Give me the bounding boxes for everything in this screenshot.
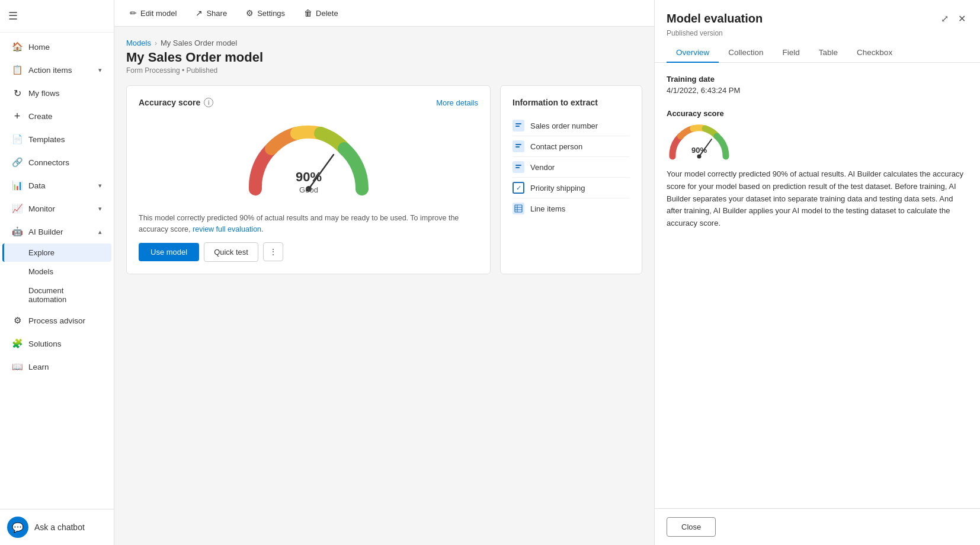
sidebar-item-label: Templates xyxy=(28,135,65,144)
sidebar-top: ☰ xyxy=(0,0,114,33)
tab-overview[interactable]: Overview xyxy=(667,43,719,63)
panel-header: Model evaluation ⤢ ✕ Published version O… xyxy=(655,0,980,63)
close-panel-button[interactable]: ✕ xyxy=(956,11,968,27)
chatbot-button[interactable]: 💬 xyxy=(7,517,28,538)
sidebar-sub-item-document-automation[interactable]: Document automation xyxy=(2,281,111,309)
delete-button[interactable]: 🗑 Delete xyxy=(300,6,342,20)
list-item: Vendor xyxy=(513,157,630,178)
panel-body: Training date 4/1/2022, 6:43:24 PM Accur… xyxy=(655,63,980,508)
close-button[interactable]: Close xyxy=(667,517,716,537)
cards-row: Accuracy score i More details xyxy=(126,85,642,274)
info-card-title: Information to extract xyxy=(513,98,630,107)
sidebar: ☰ 🏠 Home 📋 Action items ▾ ↻ My flows + C… xyxy=(0,0,114,545)
breadcrumb: Models › My Sales Order model xyxy=(126,39,642,47)
sidebar-item-label: Process advisor xyxy=(28,316,85,325)
accuracy-score-section: Accuracy score xyxy=(667,109,968,230)
quick-test-button[interactable]: Quick test xyxy=(204,242,258,262)
chevron-down-icon: ▾ xyxy=(98,205,102,213)
hamburger-icon[interactable]: ☰ xyxy=(6,7,108,25)
review-evaluation-link[interactable]: review full evaluation xyxy=(193,225,261,233)
my-flows-icon: ↻ xyxy=(12,88,23,98)
table-icon xyxy=(513,203,524,214)
field-icon xyxy=(513,140,524,152)
page-subtitle: Form Processing • Published xyxy=(126,66,642,75)
tab-table[interactable]: Table xyxy=(809,43,847,63)
chevron-down-icon: ▾ xyxy=(98,66,102,74)
more-options-button[interactable]: ⋮ xyxy=(263,242,283,261)
sidebar-item-label: Data xyxy=(28,181,46,190)
accuracy-description: This model correctly predicted 90% of ac… xyxy=(139,213,478,235)
page-body: Models › My Sales Order model My Sales O… xyxy=(114,27,654,545)
action-items-icon: 📋 xyxy=(12,65,23,75)
data-icon: 📊 xyxy=(12,180,23,191)
monitor-icon: 📈 xyxy=(12,203,23,214)
sidebar-item-label: Monitor xyxy=(28,204,55,213)
svg-rect-4 xyxy=(515,123,521,124)
breadcrumb-parent[interactable]: Models xyxy=(126,39,151,47)
breadcrumb-separator: › xyxy=(155,39,157,47)
info-icon[interactable]: i xyxy=(204,98,213,107)
sidebar-item-my-flows[interactable]: ↻ My flows xyxy=(2,82,111,104)
chevron-down-icon: ▾ xyxy=(98,182,102,190)
more-options-icon: ⋮ xyxy=(269,247,277,257)
svg-rect-8 xyxy=(515,165,521,166)
action-buttons: Use model Quick test ⋮ xyxy=(139,242,478,262)
sidebar-item-create[interactable]: + Create xyxy=(2,105,111,127)
sidebar-item-learn[interactable]: 📖 Learn xyxy=(2,355,111,378)
chevron-down-icon: ▴ xyxy=(98,228,102,236)
gauge-container: 90% Good xyxy=(139,114,478,206)
create-icon: + xyxy=(12,111,23,121)
panel-title: Model evaluation xyxy=(667,12,763,25)
sidebar-item-label: Solutions xyxy=(28,339,62,348)
list-item: Sales order number xyxy=(513,116,630,136)
training-date-label: Training date xyxy=(667,75,968,84)
sidebar-item-label: Create xyxy=(28,112,53,121)
page-title: My Sales Order model xyxy=(126,50,642,65)
settings-icon: ⚙ xyxy=(246,8,254,18)
edit-model-button[interactable]: ✏ Edit model xyxy=(126,6,180,20)
sidebar-item-home[interactable]: 🏠 Home xyxy=(2,36,111,58)
panel-gauge-container: 90% xyxy=(667,124,968,162)
use-model-button[interactable]: Use model xyxy=(139,243,199,261)
sidebar-item-connectors[interactable]: 🔗 Connectors xyxy=(2,151,111,174)
accuracy-score-label: Accuracy score xyxy=(667,109,968,118)
tab-collection[interactable]: Collection xyxy=(719,43,773,63)
home-icon: 🏠 xyxy=(12,41,23,52)
sidebar-item-action-items[interactable]: 📋 Action items ▾ xyxy=(2,59,111,81)
accuracy-card: Accuracy score i More details xyxy=(126,85,491,274)
training-date-section: Training date 4/1/2022, 6:43:24 PM xyxy=(667,75,968,95)
sidebar-item-templates[interactable]: 📄 Templates xyxy=(2,128,111,150)
expand-panel-button[interactable]: ⤢ xyxy=(939,11,951,27)
panel-actions: ⤢ ✕ xyxy=(939,11,968,27)
svg-text:90%: 90% xyxy=(295,169,321,184)
checkbox-icon: ✓ xyxy=(513,182,524,194)
sidebar-item-monitor[interactable]: 📈 Monitor ▾ xyxy=(2,197,111,220)
sidebar-item-ai-builder[interactable]: 🤖 AI Builder ▴ xyxy=(2,220,111,243)
tab-field[interactable]: Field xyxy=(773,43,809,63)
process-advisor-icon: ⚙ xyxy=(12,315,23,326)
chatbot-icon: 💬 xyxy=(12,522,24,533)
svg-rect-5 xyxy=(515,126,520,127)
sidebar-nav: 🏠 Home 📋 Action items ▾ ↻ My flows + Cre… xyxy=(0,33,114,509)
sidebar-sub-item-models[interactable]: Models xyxy=(2,262,111,281)
right-panel: Model evaluation ⤢ ✕ Published version O… xyxy=(654,0,980,545)
share-button[interactable]: ↗ Share xyxy=(192,6,230,20)
sidebar-item-label: Action items xyxy=(28,66,72,75)
svg-rect-7 xyxy=(515,146,520,148)
chatbot-label[interactable]: Ask a chatbot xyxy=(34,522,85,532)
sidebar-item-solutions[interactable]: 🧩 Solutions xyxy=(2,332,111,355)
settings-button[interactable]: ⚙ Settings xyxy=(242,6,289,20)
sidebar-item-label: Learn xyxy=(28,363,49,371)
info-to-extract-card: Information to extract Sales order numbe… xyxy=(500,85,642,274)
svg-text:Good: Good xyxy=(299,185,318,194)
sidebar-item-data[interactable]: 📊 Data ▾ xyxy=(2,174,111,197)
more-details-link[interactable]: More details xyxy=(436,98,478,107)
sidebar-sub-item-explore[interactable]: Explore xyxy=(2,243,111,262)
share-icon: ↗ xyxy=(196,8,203,18)
sidebar-item-process-advisor[interactable]: ⚙ Process advisor xyxy=(2,309,111,332)
tab-checkbox[interactable]: Checkbox xyxy=(847,43,902,63)
sidebar-sub-item-label: Document automation xyxy=(28,286,102,304)
panel-tabs: Overview Collection Field Table Checkbox xyxy=(667,43,968,62)
field-icon xyxy=(513,161,524,173)
card-title: Accuracy score i xyxy=(139,98,213,107)
